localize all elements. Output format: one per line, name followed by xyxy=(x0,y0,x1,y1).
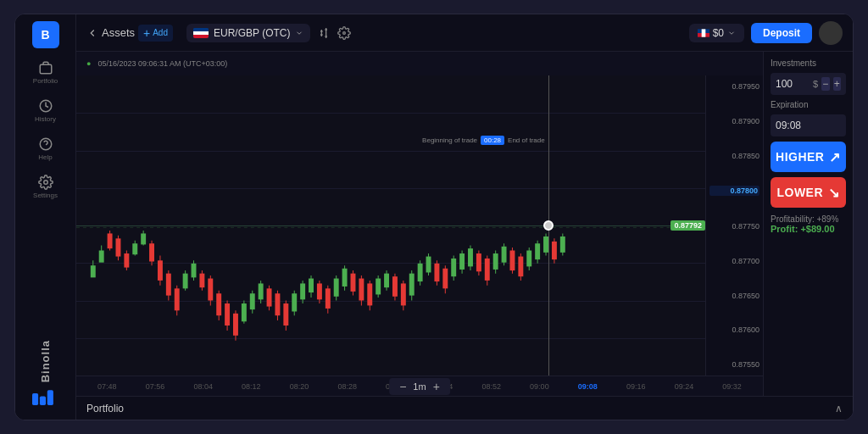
assets-label: Assets xyxy=(102,26,135,39)
chart-canvas: Beginning of trade 00:28 End of trade 0.… xyxy=(76,75,705,376)
sidebar-item-label-history: History xyxy=(35,115,56,123)
chart-bars-icon[interactable] xyxy=(317,26,331,40)
price-axis: 0.87950 0.87900 0.87850 0.87800 0.87750 … xyxy=(705,75,763,376)
svg-rect-105 xyxy=(451,259,456,276)
sidebar-item-settings[interactable]: Settings xyxy=(15,170,75,204)
flag-icon xyxy=(698,29,709,37)
svg-rect-127 xyxy=(543,236,548,253)
sidebar-nav: Portfolio History Help Set xyxy=(15,55,75,340)
history-icon xyxy=(38,98,53,114)
svg-point-14 xyxy=(343,31,346,34)
investment-row: $ − + xyxy=(771,73,846,95)
chart-type-icons xyxy=(317,26,351,40)
svg-rect-61 xyxy=(267,288,272,306)
svg-rect-21 xyxy=(99,251,104,263)
settings-icon xyxy=(38,175,53,190)
deposit-button[interactable]: Deposit xyxy=(751,23,812,43)
assets-section: Assets + Add xyxy=(86,25,173,42)
svg-rect-51 xyxy=(225,303,230,326)
balance-value: $0 xyxy=(713,27,724,39)
svg-point-4 xyxy=(43,181,47,185)
higher-button[interactable]: HIGHER ↗ xyxy=(771,142,846,172)
portfolio-chevron-icon[interactable]: ∧ xyxy=(835,403,843,415)
svg-rect-35 xyxy=(158,260,163,281)
zoom-plus-button[interactable]: + xyxy=(430,380,443,393)
sidebar-item-label-settings: Settings xyxy=(33,192,58,199)
balance-display[interactable]: $0 xyxy=(689,24,744,42)
svg-rect-17 xyxy=(701,29,705,36)
svg-rect-91 xyxy=(392,276,398,297)
svg-rect-111 xyxy=(476,253,481,271)
svg-rect-45 xyxy=(199,274,204,288)
expiry-row: − + xyxy=(771,114,846,136)
arrow-left-icon xyxy=(86,27,98,39)
candlestick-chart xyxy=(76,75,705,376)
investment-minus-button[interactable]: − xyxy=(821,77,829,91)
chart-area: ● 05/16/2023 09:06:31 AM (UTC+03:00) xyxy=(76,52,763,396)
pair-label: EUR/GBP (OTC) xyxy=(214,27,290,39)
svg-rect-25 xyxy=(115,238,120,256)
svg-rect-67 xyxy=(292,293,297,311)
avatar[interactable] xyxy=(819,21,843,45)
sidebar-item-help[interactable]: Help xyxy=(15,131,75,166)
time-08-28: 08:28 xyxy=(337,382,357,391)
portfolio-label: Portfolio xyxy=(86,403,124,415)
svg-rect-53 xyxy=(233,314,238,336)
zoom-level-label: 1m xyxy=(413,381,426,392)
investment-plus-button[interactable]: + xyxy=(833,77,841,91)
sidebar-item-history[interactable]: History xyxy=(15,93,75,128)
svg-rect-99 xyxy=(426,257,431,273)
chevron-down-icon xyxy=(295,29,303,37)
svg-rect-93 xyxy=(401,283,406,305)
price-level-5: 0.87750 xyxy=(709,222,760,231)
price-level-3: 0.87850 xyxy=(709,152,760,160)
svg-rect-119 xyxy=(509,251,515,271)
zoom-minus-button[interactable]: − xyxy=(396,380,409,393)
pair-selector[interactable]: EUR/GBP (OTC) xyxy=(186,24,310,42)
sidebar-item-portfolio[interactable]: Portfolio xyxy=(15,55,75,90)
svg-rect-115 xyxy=(493,253,498,270)
svg-rect-0 xyxy=(40,64,52,74)
expiry-input[interactable] xyxy=(776,120,853,131)
lower-button[interactable]: LOWER ↘ xyxy=(771,177,846,208)
balance-chevron-icon xyxy=(727,29,736,37)
svg-rect-55 xyxy=(242,303,247,321)
main-content: Assets + Add EUR/GBP (OTC) xyxy=(76,14,853,420)
add-button[interactable]: + Add xyxy=(138,25,173,42)
portfolio-bar: Portfolio ∧ xyxy=(76,396,853,420)
profit-value: Profit: +$89.00 xyxy=(771,224,846,234)
svg-rect-57 xyxy=(250,293,255,309)
time-axis: 07:48 07:56 08:04 08:12 08:20 08:28 08:3… xyxy=(76,376,763,396)
profitability-label: Profitability: +89% xyxy=(771,214,846,224)
time-07-56: 07:56 xyxy=(146,382,165,391)
svg-rect-63 xyxy=(275,293,280,315)
svg-rect-23 xyxy=(108,233,113,248)
settings-chart-icon[interactable] xyxy=(337,26,351,40)
svg-rect-107 xyxy=(459,253,465,270)
svg-rect-31 xyxy=(141,233,146,244)
bottom-logo-icon xyxy=(32,389,59,409)
profitability-section: Profitability: +89% Profit: +$89.00 xyxy=(771,214,846,234)
expiration-label: Expiration xyxy=(771,100,846,109)
trade-marker xyxy=(543,220,554,231)
svg-rect-27 xyxy=(124,253,129,268)
time-09-08: 09:08 xyxy=(578,382,598,391)
price-level-4: 0.87800 xyxy=(709,186,760,196)
time-09-32: 09:32 xyxy=(722,382,742,391)
svg-rect-65 xyxy=(283,303,288,326)
time-08-12: 08:12 xyxy=(242,382,261,391)
svg-rect-101 xyxy=(434,264,439,281)
sidebar-item-label-portfolio: Portfolio xyxy=(33,77,58,85)
svg-rect-131 xyxy=(560,236,565,253)
svg-rect-95 xyxy=(409,274,415,296)
svg-rect-7 xyxy=(47,390,53,405)
help-icon xyxy=(38,136,53,152)
svg-rect-37 xyxy=(166,274,171,296)
price-level-2: 0.87900 xyxy=(709,117,760,125)
svg-rect-81 xyxy=(351,274,356,292)
lower-arrow-icon: ↘ xyxy=(828,185,840,201)
higher-arrow-icon: ↗ xyxy=(829,149,841,165)
balance-area: $0 Deposit xyxy=(689,21,843,45)
svg-rect-71 xyxy=(309,279,314,293)
investment-input[interactable] xyxy=(776,78,810,90)
